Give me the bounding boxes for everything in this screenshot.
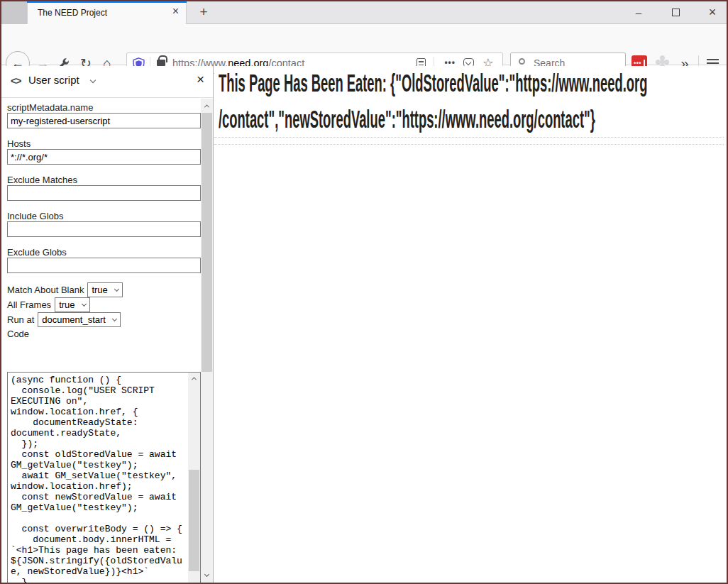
code-scrollbar-thumb[interactable] (189, 470, 199, 571)
include-globs-input[interactable] (7, 221, 201, 237)
sidebar-title: User script (28, 74, 79, 86)
nav-toolbar: ← → ↻ ⌂ https://www.need.org/contact •••… (1, 24, 727, 65)
code-brackets-icon: <> (11, 75, 21, 87)
tab-title: The NEED Project (38, 8, 107, 18)
window-controls: – × (630, 1, 721, 23)
sidebar-scrollbar[interactable] (201, 99, 213, 583)
eaten-heading-line1: This Page Has Been Eaten: {"OldStoredVal… (219, 69, 647, 97)
maximize-icon (672, 9, 680, 16)
run-at-select[interactable]: document_start (38, 312, 121, 327)
field-label-exclude-matches: Exclude Matches (7, 175, 77, 185)
exclude-matches-input[interactable] (7, 185, 201, 201)
chevron-down-icon (81, 301, 86, 306)
scroll-down-icon[interactable] (204, 571, 209, 576)
heading-dotted-rule-1 (214, 137, 724, 138)
code-editor: (async function () { console.log("USER S… (7, 372, 201, 584)
browser-window: The NEED Project × + – × ← → ↻ ⌂ https:/… (0, 0, 728, 584)
sidebar-scrollbar-thumb[interactable] (202, 113, 212, 372)
active-tab-indicator (27, 1, 187, 3)
match-about-blank-label: Match About Blank (7, 285, 84, 295)
all-frames-value: true (59, 299, 75, 310)
code-scrollbar[interactable] (188, 373, 200, 584)
field-label-include-globs: Include Globs (7, 211, 64, 221)
field-label-exclude-globs: Exclude Globs (7, 247, 67, 258)
extension-red-dots-icon: ••• (634, 61, 641, 65)
match-about-blank-value: true (92, 285, 107, 295)
sidebar-title-chevron-icon[interactable] (90, 77, 96, 83)
search-icon (519, 58, 525, 65)
script-name-input[interactable] (7, 113, 201, 128)
sidebar-body: scriptMetadata.name Hosts Exclude Matche… (1, 99, 213, 583)
chevron-down-icon (112, 316, 117, 321)
hosts-input[interactable] (7, 149, 201, 165)
field-label-hosts: Hosts (7, 138, 31, 149)
field-label-script-name: scriptMetadata.name (7, 102, 93, 113)
new-tab-button[interactable]: + (194, 4, 213, 22)
run-at-label: Run at (7, 314, 34, 325)
tab-need-project[interactable]: The NEED Project × (27, 1, 187, 24)
heading-dotted-rule-2 (214, 144, 724, 145)
close-button[interactable]: × (704, 5, 721, 20)
sidebar-close-icon[interactable]: × (197, 72, 204, 87)
page-content: This Page Has Been Eaten: {"OldStoredVal… (214, 66, 727, 583)
scroll-up-icon[interactable] (192, 377, 197, 382)
maximize-button[interactable] (667, 6, 684, 18)
all-frames-label: All Frames (7, 299, 51, 310)
run-at-value: document_start (42, 314, 106, 325)
all-frames-select[interactable]: true (55, 297, 89, 312)
code-textarea[interactable]: (async function () { console.log("USER S… (8, 373, 188, 584)
titlebar-corner (1, 1, 27, 23)
tab-close-icon[interactable]: × (172, 5, 179, 18)
userscript-sidebar: <> User script × scriptMetadata.name Hos… (1, 66, 214, 583)
match-about-blank-select[interactable]: true (87, 282, 122, 297)
code-label: Code (7, 329, 29, 339)
lock-icon[interactable] (157, 60, 165, 66)
sidebar-header: <> User script × (1, 66, 213, 98)
eaten-heading-line2: /contact","newStoredValue":"https://www.… (219, 105, 595, 133)
pocket-chevron-icon (465, 60, 471, 65)
exclude-globs-input[interactable] (7, 258, 201, 273)
scroll-up-icon[interactable] (204, 104, 209, 109)
tab-strip: The NEED Project × + – × (1, 1, 727, 24)
minimize-button[interactable]: – (630, 6, 647, 18)
extension-disabled-icon[interactable] (660, 60, 665, 65)
chevron-down-icon (114, 286, 119, 291)
